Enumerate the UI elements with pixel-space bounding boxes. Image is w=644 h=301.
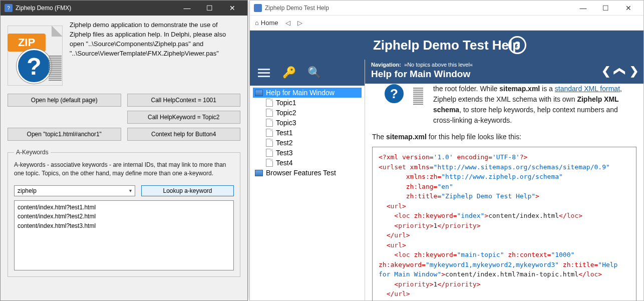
ziphelp-logo: ZIP ? [8,21,63,86]
page-icon [266,149,273,157]
tree-item-topic2[interactable]: Topic2 [264,108,362,118]
call-helpcontext-button[interactable]: Call HelpContext = 1001 [127,94,241,107]
refresh-icon [508,36,526,54]
sitemap-line: The sitemap.xml for this help file looks… [372,133,636,141]
result-row[interactable]: content/index.html?test1.html [18,203,230,212]
chevron-down-icon: ▾ [129,188,132,193]
page-icon [266,139,273,147]
mini-logo: ? [372,84,426,107]
result-row[interactable]: content/index.html?test3.html [18,221,230,231]
a-keyword-value: ziphelp [18,187,37,194]
help-window: Ziphelp Demo Test Help — ☐ ✕ ⌂ Home ◁ ▷ … [249,0,644,301]
tree-item-test1[interactable]: Test1 [264,128,362,138]
page-icon [266,129,273,137]
a-keywords-group: A-Keywords A-keywords - associative keyw… [8,149,240,277]
minimize-button[interactable]: — [572,1,594,15]
book-icon [255,90,263,96]
question-icon: ? [17,49,52,84]
app-title: Ziphelp Demo (FMX) [16,5,176,12]
standard-xml-link[interactable]: standard XML format [555,85,620,93]
nav-back-icon[interactable]: ◁ [285,19,290,27]
help-sidebar: 🔑 🔍 Help for Main Window Topic1 Topic2 T… [250,60,365,301]
tree-item-topic3[interactable]: Topic3 [264,118,362,128]
tree-item-topic1[interactable]: Topic1 [264,98,362,108]
page-icon [266,99,273,107]
home-icon: ⌂ [255,19,259,27]
menu-icon[interactable] [257,67,271,78]
page-icon [266,109,273,117]
call-helpkeyword-button[interactable]: Call HelpKeyword = Topic2 [127,111,241,124]
app-window: ? Ziphelp Demo (FMX) — ☐ ✕ ZIP ? Ziphelp… [0,0,248,301]
prev-topic-icon[interactable]: ❮ [601,65,610,78]
key-icon[interactable]: 🔑 [282,67,296,78]
a-keywords-desc: A-keywords - associative keywords - are … [14,161,234,178]
home-button[interactable]: ⌂ Home [255,19,278,27]
help-content: Navigation: »No topics above this level«… [365,60,643,301]
help-toolbar: ⌂ Home ◁ ▷ [250,16,643,31]
lookup-a-keyword-button[interactable]: Lookup a-keyword [141,185,234,196]
minimize-button[interactable]: — [176,1,198,16]
help-banner: Ziphelp Demo Test Help [250,31,643,60]
page-icon [266,159,273,167]
context-help-button4-button[interactable]: Context help for Button4 [127,128,241,141]
tree-item-test2[interactable]: Test2 [264,138,362,148]
code-block: <?xml version='1.0' encoding='UTF-8'?> <… [372,147,636,301]
app-icon: ? [5,4,13,12]
banner-title: Ziphelp Demo Test Help [373,38,520,53]
maximize-button[interactable]: ☐ [198,1,221,16]
a-keyword-combo[interactable]: ziphelp ▾ [14,185,135,196]
sidebar-toolbar: 🔑 🔍 [250,60,365,86]
nav-forward-icon[interactable]: ▷ [297,19,302,27]
content-navbar: Navigation: »No topics above this level«… [365,60,643,84]
result-row[interactable]: content/index.html?test2.html [18,212,230,221]
help-titlebar[interactable]: Ziphelp Demo Test Help — ☐ ✕ [250,1,643,16]
page-icon [266,119,273,127]
tree-item-browser-test[interactable]: Browser Features Test [253,168,362,178]
close-button[interactable]: ✕ [617,1,639,15]
open-anchor-button[interactable]: Open "topic1.html#anchor1" [8,128,121,141]
maximize-button[interactable]: ☐ [594,1,617,15]
help-title: Ziphelp Demo Test Help [265,5,572,12]
a-keywords-legend: A-Keywords [14,149,51,156]
nav-label: Navigation: [371,62,401,68]
up-topic-icon[interactable]: ❮ [613,67,626,76]
home-label: Home [261,19,278,27]
nav-text: »No topics above this level« [404,62,473,68]
book-icon [255,170,263,176]
next-topic-icon[interactable]: ❯ [629,65,638,78]
search-icon[interactable]: 🔍 [307,67,321,78]
zip-badge: ZIP [8,34,46,52]
content-body[interactable]: ? the root folder. While sitemap.xml is … [365,84,643,301]
topic-tree[interactable]: Help for Main Window Topic1 Topic2 Topic… [250,86,365,301]
help-app-icon [254,4,262,12]
tree-root-item[interactable]: Help for Main Window [253,88,362,98]
tree-root-label: Help for Main Window [266,89,335,97]
intro-text: Ziphelp demo application to demonstrate … [70,21,240,86]
tree-item-test3[interactable]: Test3 [264,148,362,158]
tree-item-test4[interactable]: Test4 [264,158,362,168]
intro-paragraph: the root folder. While sitemap.xml is a … [433,84,636,126]
a-keyword-results[interactable]: content/index.html?test1.html content/in… [14,200,234,270]
open-help-default-button[interactable]: Open help (default page) [8,94,121,107]
app-titlebar[interactable]: ? Ziphelp Demo (FMX) — ☐ ✕ [1,1,247,16]
close-button[interactable]: ✕ [221,1,243,16]
content-heading: Help for Main Window [371,69,637,80]
